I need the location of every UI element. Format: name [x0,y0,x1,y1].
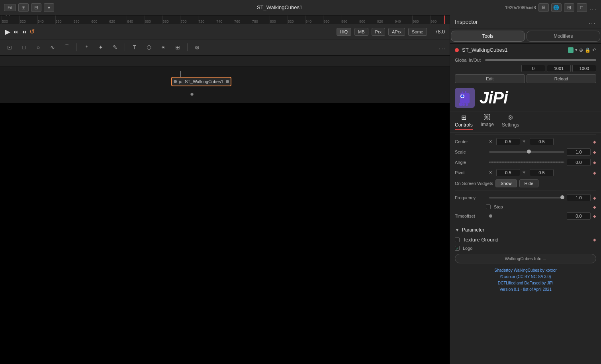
timeoffset-value-field[interactable] [567,212,591,220]
texture-ground-diamond[interactable]: ◆ [593,237,596,242]
center-row: Center X Y ◆ [450,136,601,147]
ruler-mark: 980 [430,16,448,24]
pivot-x-field[interactable] [496,169,520,176]
scale-diamond[interactable]: ◆ [593,150,596,154]
stop-label: Stop [494,204,503,209]
node-block-st-walkingcubes[interactable]: ▶ ST_WalkingCubes1 [171,77,231,86]
global-out-field[interactable] [572,65,596,72]
timeline-ruler[interactable]: 5005205405605806006206406606807007207407… [0,16,450,24]
brush-tool[interactable]: ✦ [94,42,107,53]
node-info-row: ST_WalkingCubes1 ▾ ⊕ 🔒 ↶ [450,44,601,56]
top-bar: Fit ⊞ ⊟ ▾ ST_WalkingCubes1 1920x1080xint… [0,0,601,15]
center-y-field[interactable] [530,138,554,145]
top-bar-left: Fit ⊞ ⊟ ▾ [4,3,54,12]
frequency-value-field[interactable] [567,194,591,201]
tab-settings[interactable]: ⚙ Settings [502,114,519,130]
stop-checkbox[interactable] [486,204,491,209]
ruler-mark: 580 [73,16,91,24]
3d-tool[interactable]: ⬡ [143,42,155,53]
global-mid-field[interactable] [547,65,571,72]
text-tool[interactable]: T [128,42,141,53]
node-bottom-dot [190,93,194,96]
svg-rect-39 [465,91,466,94]
some-button[interactable]: Some [408,28,427,36]
view-extra-button[interactable]: ▾ [44,3,54,12]
timeoffset-diamond[interactable]: ◆ [593,214,596,218]
play-button[interactable]: ▶ [5,27,10,36]
tab-tools[interactable]: Tools [451,31,525,42]
skip-forward-button[interactable]: ⏭ [14,29,18,35]
tools-more-button[interactable]: ... [439,44,446,51]
hiq-button[interactable]: HiQ [337,28,351,36]
inspector-more-button[interactable]: ... [589,18,596,25]
edit-button[interactable]: Edit [455,74,525,83]
fit-button[interactable]: Fit [4,4,16,11]
layer-tool[interactable]: ⊗ [191,42,204,53]
view-options-button[interactable]: ⊟ [31,3,41,12]
node-lock-icon[interactable]: 🔒 [585,47,591,53]
particle-tool[interactable]: ⁺ [80,42,93,53]
tab-modifiers[interactable]: Modifiers [527,31,601,42]
pivot-y-field[interactable] [530,169,554,176]
global-in-field[interactable] [521,65,545,72]
parameter-section-header[interactable]: ▼ Parameter [450,225,601,235]
global-slider[interactable] [485,59,596,61]
walkingcubes-info-button[interactable]: WalkingCubes Info ... [455,254,596,263]
pivot-diamond[interactable]: ◆ [593,171,596,175]
angle-slider[interactable] [489,162,564,163]
show-widgets-button[interactable]: Show [495,179,517,187]
select-tool[interactable]: ⊡ [3,42,16,53]
skip-end-button[interactable]: ⏮ [22,29,26,35]
window-icon[interactable]: □ [577,3,587,12]
globe-icon[interactable]: 🌐 [551,3,562,12]
hide-widgets-button[interactable]: Hide [519,179,539,187]
ruler-mark: 560 [55,16,73,24]
paint-tool[interactable]: ✎ [109,42,121,53]
aprx-button[interactable]: APrx [388,28,405,36]
reload-button[interactable]: Reload [527,74,597,83]
center-x-field[interactable] [496,138,520,145]
svg-rect-37 [466,103,468,106]
ruler-mark: 880 [341,16,359,24]
global-inout-row: Global In/Out [450,56,601,64]
prx-button[interactable]: Prx [372,28,386,36]
ruler-mark: 900 [359,16,377,24]
node-canvas[interactable]: ▶ ST_WalkingCubes1 [0,67,450,103]
node-dropdown-arrow[interactable]: ▾ [575,47,578,53]
grid-tool[interactable]: ⊞ [171,42,184,53]
tab-controls[interactable]: ⊞ Controls [455,114,473,130]
node-history-icon[interactable]: ↶ [592,47,596,53]
frequency-diamond[interactable]: ◆ [593,196,596,200]
angle-diamond[interactable]: ◆ [593,160,596,165]
tab-image[interactable]: 🖼 Image [481,114,494,130]
rect-tool[interactable]: □ [18,42,30,53]
view-mode-button[interactable]: ⊞ [18,3,29,12]
node-graph-toolbar [0,56,450,67]
texture-ground-checkbox[interactable] [455,237,460,242]
credit-version: Version 0.1 - 8st of April 2021 [455,286,596,293]
ruler-mark: 840 [305,16,323,24]
bezier-tool[interactable]: ⌒ [61,42,73,53]
divider-3 [455,223,596,223]
node-name-label: ST_WalkingCubes1 [462,47,507,53]
center-diamond[interactable]: ◆ [593,140,596,144]
mb-button[interactable]: MB [354,28,368,36]
grid-icon[interactable]: ⊞ [564,3,574,12]
top-bar-more-button[interactable]: ... [589,4,597,11]
node-output-dot [226,80,229,83]
monitor-icon[interactable]: 🖥 [538,3,549,12]
path-tool[interactable]: ∿ [46,42,59,53]
reload-button[interactable]: ↺ [29,28,35,35]
scale-slider[interactable] [489,151,564,153]
scale-value-field[interactable] [567,148,591,156]
angle-value-field[interactable] [567,159,591,166]
frequency-slider[interactable] [489,197,564,199]
inspector-title: Inspector [455,19,478,25]
node-target-icon[interactable]: ⊕ [579,47,583,53]
tools-bar: ⊡ □ ○ ∿ ⌒ ⁺ ✦ ✎ T ⬡ ✴ ⊞ ⊗ [0,39,450,55]
fx-tool[interactable]: ✴ [157,42,170,53]
timeoffset-label: Timeoffset [455,214,487,218]
stop-diamond[interactable]: ◆ [593,205,596,209]
ellipse-tool[interactable]: ○ [32,42,45,53]
logo-checkbox[interactable]: ✓ [455,246,460,251]
